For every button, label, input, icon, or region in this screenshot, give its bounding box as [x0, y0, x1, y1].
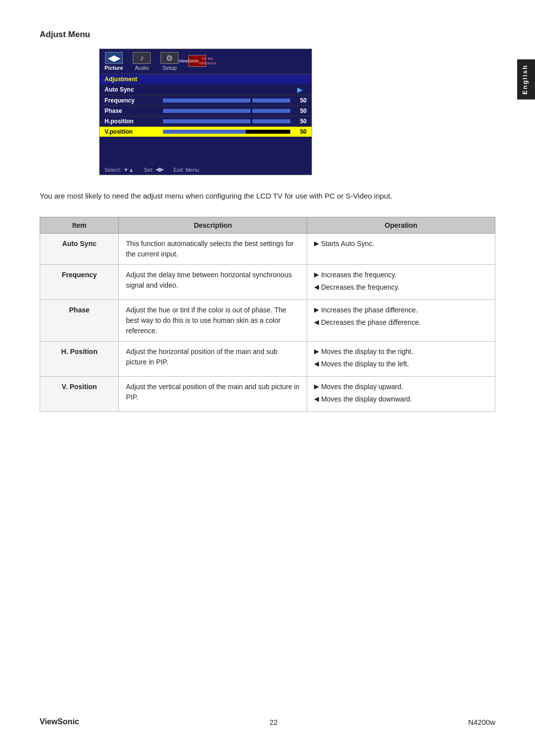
- osd-picture-icon: ◀▶: [105, 52, 123, 64]
- osd-autosync-label: Auto Sync: [105, 86, 159, 93]
- table-row-1-description: Adjust the delay time between horizontal…: [119, 265, 307, 300]
- table-row-2-operation: ▶ Increases the phase difference.◀ Decre…: [307, 300, 495, 342]
- info-table: Item Description Operation Auto SyncThis…: [40, 217, 495, 412]
- op-item: ◀ Decreases the phase difference.: [314, 317, 488, 328]
- osd-setup-icon: ⚙: [160, 52, 178, 64]
- osd-phase-value: 50: [294, 107, 307, 114]
- col-header-description: Description: [119, 217, 307, 234]
- table-row-3-description: Adjust the horizontal position of the ma…: [119, 342, 307, 377]
- op-arrow: ◀: [314, 317, 319, 327]
- osd-frequency-label: Frequency: [105, 97, 159, 104]
- osd-row-hposition: H.position 50: [100, 116, 312, 127]
- table-row-1-operation: ▶ Increases the frequency.◀ Decreases th…: [307, 265, 495, 300]
- op-item: ▶ Starts Auto Sync.: [314, 239, 488, 249]
- op-arrow: ▶: [314, 347, 319, 356]
- osd-frequency-value: 50: [294, 97, 307, 104]
- english-tab: English: [517, 59, 535, 100]
- op-item: ▶ Increases the phase difference.: [314, 305, 488, 315]
- table-row-2-item: Phase: [40, 300, 119, 342]
- table-row-0-item: Auto Sync: [40, 234, 119, 265]
- osd-footer-select: Select: ▼▲: [105, 166, 134, 173]
- col-header-operation: Operation: [307, 217, 495, 234]
- op-item: ◀ Moves the display to the left.: [314, 359, 488, 369]
- osd-row-frequency: Frequency 50: [100, 96, 312, 106]
- op-text: Increases the frequency.: [321, 270, 396, 280]
- op-arrow: ▶: [314, 382, 319, 392]
- op-item: ▶ Moves the display to the right.: [314, 347, 488, 357]
- osd-footer-set: Set: ◀▶: [144, 166, 163, 173]
- osd-screenshot: ◀▶ Picture ♪ Audio ⚙ Setup ViewSonicfor …: [99, 49, 312, 175]
- table-row-0-operation: ▶ Starts Auto Sync.: [307, 234, 495, 265]
- osd-tab-setup-label: Setup: [162, 65, 177, 71]
- op-item: ▶ Increases the frequency.: [314, 270, 488, 280]
- osd-tab-audio: ♪ Audio: [133, 52, 151, 71]
- op-text: Moves the display upward.: [321, 382, 403, 392]
- osd-tab-setup: ⚙ Setup: [160, 52, 178, 71]
- op-text: Decreases the frequency.: [321, 282, 400, 293]
- footer-page-number: 22: [269, 718, 278, 726]
- osd-row-autosync: Auto Sync ▶: [100, 84, 312, 96]
- osd-frequency-bar: [163, 99, 290, 102]
- op-text: Increases the phase difference.: [321, 305, 418, 315]
- section-title: Adjust Menu: [40, 30, 495, 40]
- op-arrow: ◀: [314, 359, 319, 369]
- osd-section-header: Adjustment: [100, 74, 312, 84]
- op-text: Decreases the phase difference.: [321, 317, 421, 328]
- table-row-2-description: Adjust the hue or tint if the color is o…: [119, 300, 307, 342]
- osd-vposition-value: 50: [294, 128, 307, 135]
- osd-vposition-label: V.position: [105, 128, 159, 135]
- osd-row-phase: Phase 50: [100, 106, 312, 116]
- page-footer: ViewSonic 22 N4200w: [0, 707, 535, 736]
- osd-tab-viewsonic: ViewSonicfor the difference: [188, 55, 206, 68]
- op-text: Starts Auto Sync.: [321, 239, 374, 249]
- table-row-3-item: H. Position: [40, 342, 119, 377]
- osd-footer-exit: Exit: Menu: [173, 166, 199, 173]
- osd-hposition-value: 50: [294, 118, 307, 125]
- osd-vposition-bar: [163, 130, 290, 134]
- op-item: ▶ Moves the display upward.: [314, 382, 488, 392]
- op-arrow: ◀: [314, 394, 319, 404]
- table-row-4-description: Adjust the vertical position of the main…: [119, 377, 307, 412]
- intro-text: You are most likely to need the adjust m…: [40, 190, 495, 202]
- osd-hposition-bar: [163, 119, 290, 123]
- footer-model: N4200w: [468, 718, 495, 726]
- table-row-0-description: This function automatically selects the …: [119, 234, 307, 265]
- table-row-3-operation: ▶ Moves the display to the right.◀ Moves…: [307, 342, 495, 377]
- osd-audio-icon: ♪: [133, 52, 151, 64]
- osd-viewsonic-icon: ViewSonicfor the difference: [188, 55, 206, 67]
- osd-tab-audio-label: Audio: [135, 65, 149, 71]
- table-row-4-operation: ▶ Moves the display upward.◀ Moves the d…: [307, 377, 495, 412]
- osd-tab-picture: ◀▶ Picture: [105, 52, 123, 71]
- op-item: ◀ Moves the display downward.: [314, 394, 488, 404]
- osd-tab-picture-label: Picture: [105, 65, 123, 71]
- osd-phase-bar: [163, 109, 290, 113]
- footer-brand: ViewSonic: [40, 717, 79, 726]
- op-arrow: ◀: [314, 282, 319, 292]
- op-arrow: ▶: [314, 305, 319, 315]
- op-text: Moves the display to the right.: [321, 347, 413, 357]
- osd-hposition-label: H.position: [105, 118, 159, 125]
- op-arrow: ▶: [314, 270, 319, 280]
- table-row-4-item: V. Position: [40, 377, 119, 412]
- op-item: ◀ Decreases the frequency.: [314, 282, 488, 293]
- osd-footer: Select: ▼▲ Set: ◀▶ Exit: Menu: [100, 164, 312, 175]
- table-row-1-item: Frequency: [40, 265, 119, 300]
- op-arrow: ▶: [314, 239, 319, 249]
- op-text: Moves the display downward.: [321, 394, 412, 404]
- col-header-item: Item: [40, 217, 119, 234]
- osd-tabs: ◀▶ Picture ♪ Audio ⚙ Setup ViewSonicfor …: [100, 49, 312, 74]
- osd-autosync-arrow: ▶: [297, 86, 303, 94]
- osd-row-vposition: V.position 50: [100, 127, 312, 137]
- op-text: Moves the display to the left.: [321, 359, 409, 369]
- osd-phase-label: Phase: [105, 107, 159, 114]
